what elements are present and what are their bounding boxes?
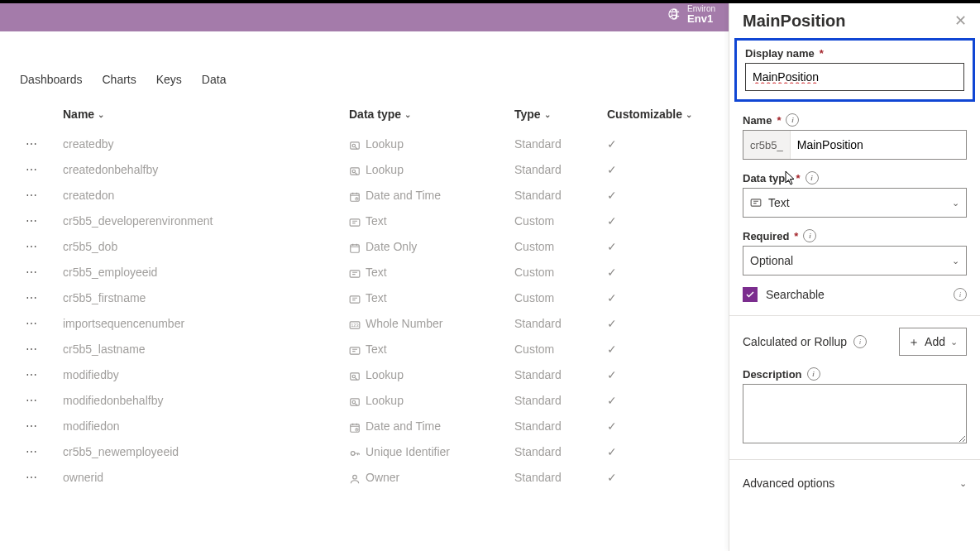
required-label: Required [743, 230, 789, 242]
row-name: cr5b5_firstname [63, 291, 349, 304]
tab-dashboards[interactable]: Dashboards [20, 73, 83, 86]
row-customizable-check: ✓ [607, 471, 723, 484]
row-datatype: Text [349, 343, 514, 356]
lookup-icon [349, 165, 361, 175]
row-datatype: Text [349, 214, 514, 228]
environment-name[interactable]: Env1 [687, 13, 715, 25]
row-customizable-check: ✓ [607, 214, 723, 228]
row-datatype: Unique Identifier [349, 445, 514, 458]
row-actions-icon[interactable]: ⋯ [0, 394, 63, 407]
chevron-down-icon: ⌄ [950, 337, 958, 347]
tab-keys[interactable]: Keys [156, 73, 182, 86]
col-header-customizable[interactable]: Customizable⌄ [607, 108, 723, 121]
description-label: Description [743, 368, 802, 381]
name-input[interactable] [791, 131, 966, 159]
owner-icon [349, 473, 361, 483]
chevron-down-icon: ⌄ [959, 478, 967, 489]
row-name: modifiedonbehalfby [63, 394, 349, 407]
row-type: Custom [514, 214, 607, 228]
row-actions-icon[interactable]: ⋯ [0, 163, 63, 176]
tab-charts[interactable]: Charts [103, 73, 136, 86]
row-actions-icon[interactable]: ⋯ [0, 137, 63, 151]
row-actions-icon[interactable]: ⋯ [0, 445, 63, 458]
close-icon[interactable]: ✕ [954, 12, 967, 30]
info-icon[interactable]: i [807, 367, 820, 381]
row-actions-icon[interactable]: ⋯ [0, 343, 63, 356]
row-type: Standard [514, 394, 607, 407]
info-icon[interactable]: i [853, 335, 867, 348]
text-icon [750, 197, 762, 208]
advanced-options-toggle[interactable]: Advanced options ⌄ [743, 472, 967, 495]
row-customizable-check: ✓ [607, 189, 723, 202]
row-name: importsequencenumber [63, 317, 349, 330]
svg-point-20 [353, 475, 357, 479]
row-datatype: Date and Time [349, 189, 514, 202]
row-type: Standard [514, 445, 607, 458]
row-datatype: Lookup [349, 163, 514, 176]
environment-icon [667, 7, 681, 23]
add-button[interactable]: ＋ Add ⌄ [899, 328, 967, 356]
display-name-label: Display name [745, 47, 815, 60]
key-icon [349, 448, 361, 458]
row-type: Standard [514, 137, 607, 151]
col-header-name[interactable]: Name⌄ [63, 108, 349, 121]
row-customizable-check: ✓ [607, 419, 723, 433]
info-icon[interactable]: i [786, 113, 799, 127]
info-icon[interactable]: i [954, 288, 967, 301]
datetime-icon [349, 191, 361, 201]
row-actions-icon[interactable]: ⋯ [0, 214, 63, 228]
row-type: Custom [514, 240, 607, 253]
row-name: cr5b5_developerenvironment [63, 214, 349, 228]
row-type: Standard [514, 419, 607, 433]
tab-data[interactable]: Data [202, 73, 227, 86]
row-datatype: Lookup [349, 394, 514, 407]
row-name: modifiedon [63, 419, 349, 433]
lookup-icon [349, 371, 361, 381]
info-icon[interactable]: i [803, 229, 816, 242]
col-header-type[interactable]: Type⌄ [514, 108, 607, 121]
row-customizable-check: ✓ [607, 291, 723, 304]
row-actions-icon[interactable]: ⋯ [0, 471, 63, 484]
number-icon: 123 [349, 319, 361, 329]
panel-title: MainPosition [743, 12, 845, 31]
display-name-input[interactable] [745, 63, 964, 91]
row-type: Standard [514, 163, 607, 176]
col-header-datatype[interactable]: Data type⌄ [349, 108, 514, 121]
row-type: Standard [514, 368, 607, 381]
row-type: Standard [514, 471, 607, 484]
row-customizable-check: ✓ [607, 368, 723, 381]
row-customizable-check: ✓ [607, 240, 723, 253]
svg-text:123: 123 [351, 323, 359, 328]
row-datatype: Date Only [349, 240, 514, 253]
row-type: Custom [514, 291, 607, 304]
row-actions-icon[interactable]: ⋯ [0, 291, 63, 304]
row-actions-icon[interactable]: ⋯ [0, 419, 63, 433]
rollup-label: Calculated or Rollup [743, 335, 847, 348]
lookup-icon [349, 140, 361, 150]
plus-icon: ＋ [908, 336, 920, 347]
row-datatype: Date and Time [349, 419, 514, 433]
row-name: createdon [63, 189, 349, 202]
row-actions-icon[interactable]: ⋯ [0, 266, 63, 279]
required-select[interactable]: Optional ⌄ [743, 246, 967, 276]
row-name: ownerid [63, 471, 349, 484]
datetime-icon [349, 422, 361, 432]
row-name: cr5b5_employeeid [63, 266, 349, 279]
row-customizable-check: ✓ [607, 394, 723, 407]
row-actions-icon[interactable]: ⋯ [0, 189, 63, 202]
row-actions-icon[interactable]: ⋯ [0, 368, 63, 381]
row-type: Custom [514, 343, 607, 356]
row-datatype: Text [349, 291, 514, 304]
row-customizable-check: ✓ [607, 343, 723, 356]
lookup-icon [349, 396, 361, 406]
svg-point-19 [351, 451, 355, 455]
description-input[interactable] [743, 384, 967, 443]
row-actions-icon[interactable]: ⋯ [0, 317, 63, 330]
searchable-checkbox[interactable] [743, 287, 758, 302]
datatype-select[interactable]: Text ⌄ [743, 188, 967, 218]
row-type: Standard [514, 317, 607, 330]
row-actions-icon[interactable]: ⋯ [0, 240, 63, 253]
info-icon[interactable]: i [806, 171, 819, 184]
svg-point-1 [352, 144, 356, 147]
environment-label: Environ [687, 5, 715, 13]
